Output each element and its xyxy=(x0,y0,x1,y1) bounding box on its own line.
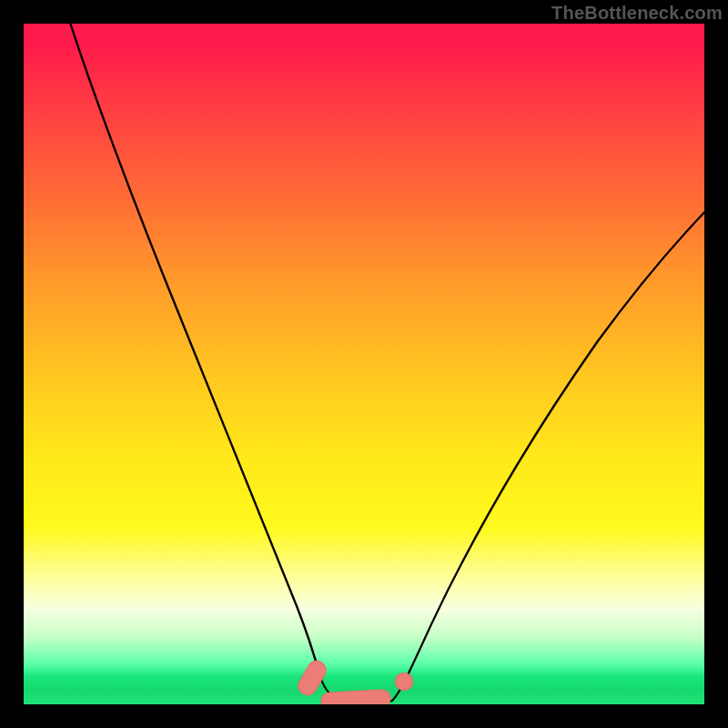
marker-middle xyxy=(321,690,391,704)
curve-layer xyxy=(24,24,704,704)
chart-frame: TheBottleneck.com xyxy=(0,0,728,728)
curve-left-branch xyxy=(65,24,320,677)
marker-right xyxy=(396,673,413,691)
marker-left xyxy=(295,658,329,699)
curve-right-branch-shadow xyxy=(431,196,704,624)
svg-rect-0 xyxy=(295,658,329,699)
plot-area xyxy=(24,24,704,704)
svg-point-2 xyxy=(396,673,413,691)
curve-right-branch xyxy=(392,197,704,701)
svg-rect-1 xyxy=(321,690,391,704)
watermark-text: TheBottleneck.com xyxy=(551,3,723,24)
